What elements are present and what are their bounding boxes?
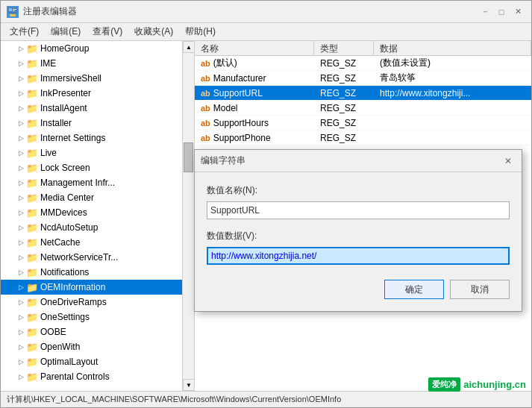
dialog-overlay: 编辑字符串 ✕ 数值名称(N): 数值数据(V): 确定 取消 [0,0,532,408]
dialog-content: 数值名称(N): 数值数据(V): 确定 取消 [195,172,522,311]
field-data-input[interactable] [207,247,510,265]
dialog-titlebar: 编辑字符串 ✕ [195,150,522,172]
field-name-input[interactable] [207,201,510,219]
cancel-button[interactable]: 取消 [450,280,510,299]
dialog-title: 编辑字符串 [201,154,245,167]
field-data-label: 数值数据(V): [207,230,510,242]
edit-string-dialog: 编辑字符串 ✕ 数值名称(N): 数值数据(V): 确定 取消 [194,149,522,312]
dialog-buttons: 确定 取消 [207,280,510,299]
dialog-close-button[interactable]: ✕ [501,154,516,169]
field-name-label: 数值名称(N): [207,184,510,197]
ok-button[interactable]: 确定 [384,280,444,299]
